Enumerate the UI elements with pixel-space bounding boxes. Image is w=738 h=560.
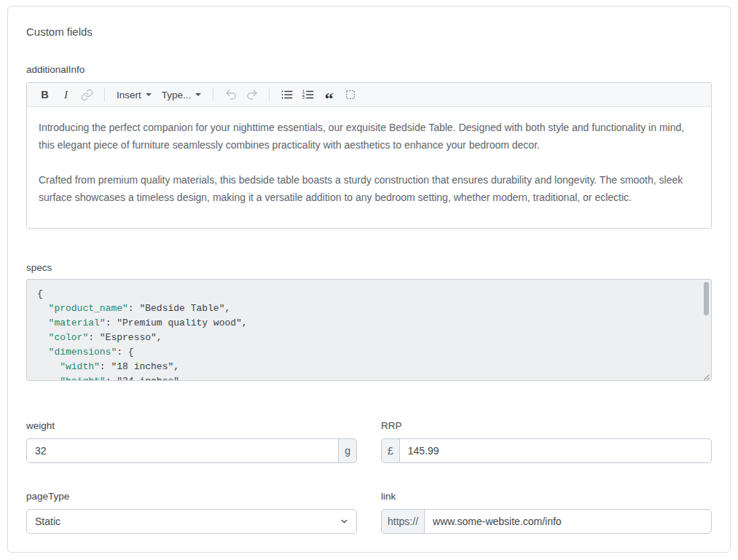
weight-unit-addon: g xyxy=(338,438,357,463)
rich-text-content[interactable]: Introducing the perfect companion for yo… xyxy=(27,107,711,228)
bold-button[interactable]: B xyxy=(34,85,55,104)
custom-fields-card: Custom fields additionalInfo B I Insert xyxy=(7,6,731,553)
protocol-addon: https:// xyxy=(381,509,425,534)
currency-addon: £ xyxy=(381,438,400,463)
link-icon xyxy=(81,89,93,101)
rrp-field: RRP £ xyxy=(381,420,712,463)
chevron-down-icon xyxy=(146,93,152,96)
pagetype-select[interactable]: Static xyxy=(26,509,357,534)
page-title: Custom fields xyxy=(26,25,712,38)
code-line: "dimensions": { xyxy=(37,345,694,360)
rrp-label: RRP xyxy=(381,420,712,431)
quote-icon: “ xyxy=(325,95,334,102)
specs-label: specs xyxy=(26,262,712,273)
toolbar-separator xyxy=(104,88,105,101)
bullet-list-button[interactable] xyxy=(276,85,297,104)
code-line: "height": "24 inches", xyxy=(37,374,694,381)
undo-button[interactable] xyxy=(220,85,241,104)
resize-handle-icon[interactable] xyxy=(702,371,710,379)
italic-button[interactable]: I xyxy=(55,85,76,104)
code-line: "material": "Premium quality wood", xyxy=(37,316,694,331)
pagetype-link-row: pageType Static link https:// xyxy=(26,491,712,534)
specs-field: specs { "product_name": "Bedside Table",… xyxy=(26,262,712,381)
dashed-box-icon xyxy=(345,89,356,100)
insert-dropdown[interactable]: Insert xyxy=(111,85,157,104)
toolbar-separator xyxy=(213,88,213,101)
blockquote-button[interactable]: “ xyxy=(318,85,339,104)
rrp-input[interactable] xyxy=(399,438,712,463)
weight-rrp-row: weight g RRP £ xyxy=(26,420,712,463)
paragraph[interactable]: Introducing the perfect companion for yo… xyxy=(39,119,699,154)
specs-code-editor[interactable]: { "product_name": "Bedside Table", "mate… xyxy=(26,279,712,381)
weight-label: weight xyxy=(26,420,357,431)
code-line: "color": "Espresso", xyxy=(37,331,694,345)
type-dropdown[interactable]: Type... xyxy=(157,85,207,104)
weight-field: weight g xyxy=(26,420,357,463)
type-dropdown-label: Type... xyxy=(162,90,192,100)
editor-toolbar: B I Insert Type... xyxy=(27,83,711,107)
redo-icon xyxy=(246,88,259,101)
code-line: "product_name": "Bedside Table", xyxy=(37,301,694,316)
link-label: link xyxy=(381,491,712,502)
additional-info-label: additionalInfo xyxy=(26,64,712,75)
numbered-list-button[interactable]: 123 xyxy=(297,85,318,104)
weight-input[interactable] xyxy=(26,438,339,463)
dashed-box-button[interactable] xyxy=(339,85,361,104)
code-line: { xyxy=(37,287,694,301)
link-input[interactable] xyxy=(424,509,712,534)
scrollbar-thumb[interactable] xyxy=(704,282,709,315)
undo-icon xyxy=(224,88,238,101)
link-field: link https:// xyxy=(381,491,712,534)
bullet-list-icon xyxy=(280,88,294,101)
redo-button[interactable] xyxy=(241,85,262,104)
toolbar-separator xyxy=(269,88,270,101)
paragraph[interactable]: Crafted from premium quality materials, … xyxy=(39,171,699,206)
link-button[interactable] xyxy=(76,85,98,104)
additional-info-field: additionalInfo B I Insert Type... xyxy=(26,64,712,229)
numbered-list-icon: 123 xyxy=(302,88,315,101)
rich-text-editor: B I Insert Type... xyxy=(26,82,712,229)
code-line: "width": "18 inches", xyxy=(37,360,694,374)
pagetype-label: pageType xyxy=(26,491,357,502)
svg-text:3: 3 xyxy=(302,95,305,100)
pagetype-field: pageType Static xyxy=(26,491,357,534)
insert-dropdown-label: Insert xyxy=(117,90,141,100)
chevron-down-icon xyxy=(195,93,201,96)
